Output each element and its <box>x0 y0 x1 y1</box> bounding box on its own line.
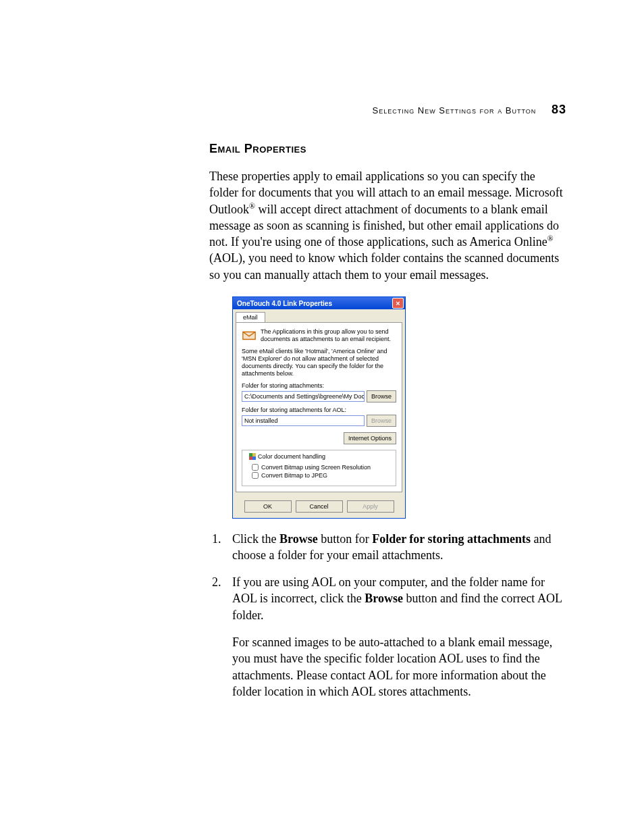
group-title-row: Color document handling <box>248 453 327 460</box>
dialog-button-row: OK Cancel Apply <box>233 496 405 518</box>
step-text: button for <box>318 532 373 546</box>
step-bold: Browse <box>365 592 403 605</box>
mail-icon <box>242 328 257 343</box>
close-icon[interactable]: × <box>392 298 404 309</box>
intro-paragraph: These properties apply to email applicat… <box>209 168 567 283</box>
checkbox-label: Convert Bitmap to JPEG <box>261 472 327 479</box>
registered-mark: ® <box>547 234 554 243</box>
dialog-description: The Applications in this group allow you… <box>261 328 396 344</box>
folder-label: Folder for storing attachments: <box>242 382 396 389</box>
page-number: 83 <box>552 103 566 116</box>
palette-icon <box>249 453 256 460</box>
svg-rect-0 <box>249 453 252 457</box>
document-page: Selecting New Settings for a Button 83 E… <box>0 0 644 834</box>
step-bold: Browse <box>279 532 318 546</box>
folder-row: C:\Documents and Settings\bgreene\My Doc… <box>242 390 396 402</box>
tab-email[interactable]: eMail <box>236 312 265 322</box>
aol-browse-button: Browse <box>367 415 396 427</box>
registered-mark: ® <box>249 202 255 211</box>
intro-text-2: will accept direct attachment of documen… <box>209 203 559 249</box>
step-text: Click the <box>232 532 279 546</box>
aol-folder-label: Folder for storing attachments for AOL: <box>242 407 396 413</box>
checkbox-input[interactable] <box>252 464 259 471</box>
step-bold: Folder for storing attachments <box>372 532 531 546</box>
dialog-tabstrip: eMail <box>233 309 405 322</box>
clients-note: Some eMail clients like 'Hotmail', 'Amer… <box>242 348 396 378</box>
ok-button[interactable]: OK <box>244 500 292 513</box>
followup-paragraph: For scanned images to be auto-attached t… <box>232 634 567 700</box>
step-2: If you are using AOL on your computer, a… <box>224 574 567 623</box>
link-properties-dialog: OneTouch 4.0 Link Properties × eMail The… <box>232 296 406 519</box>
dialog-title: OneTouch 4.0 Link Properties <box>237 300 332 307</box>
instruction-list: Click the Browse button for Folder for s… <box>209 531 567 623</box>
color-handling-group: Color document handling Convert Bitmap u… <box>242 450 396 486</box>
internet-options-button[interactable]: Internet Options <box>344 432 396 444</box>
running-header: Selecting New Settings for a Button 83 <box>209 103 566 117</box>
cancel-button[interactable]: Cancel <box>296 500 343 513</box>
svg-rect-1 <box>252 453 256 457</box>
svg-rect-2 <box>249 457 252 460</box>
dialog-panel: The Applications in this group allow you… <box>236 322 402 492</box>
checkbox-input[interactable] <box>252 472 259 479</box>
aol-folder-row: Not installed Browse <box>242 415 396 427</box>
internet-options-row: Internet Options <box>242 432 396 444</box>
aol-folder-input[interactable]: Not installed <box>242 415 365 426</box>
checkbox-jpeg[interactable]: Convert Bitmap to JPEG <box>252 472 392 479</box>
step-1: Click the Browse button for Folder for s… <box>224 531 567 564</box>
browse-button[interactable]: Browse <box>367 390 396 402</box>
checkbox-label: Convert Bitmap using Screen Resolution <box>261 464 371 471</box>
section-heading: Email Properties <box>209 142 567 156</box>
checkbox-screen-resolution[interactable]: Convert Bitmap using Screen Resolution <box>252 464 392 471</box>
folder-input[interactable]: C:\Documents and Settings\bgreene\My Doc… <box>242 391 365 402</box>
section-title: Selecting New Settings for a Button <box>373 105 537 115</box>
dialog-titlebar[interactable]: OneTouch 4.0 Link Properties × <box>233 297 405 309</box>
svg-rect-3 <box>252 457 256 460</box>
group-title: Color document handling <box>258 453 325 460</box>
intro-text-3: (AOL), you need to know which folder con… <box>209 251 559 281</box>
content-column: Email Properties These properties apply … <box>209 142 567 700</box>
apply-button: Apply <box>347 500 394 513</box>
dialog-description-row: The Applications in this group allow you… <box>242 328 396 344</box>
